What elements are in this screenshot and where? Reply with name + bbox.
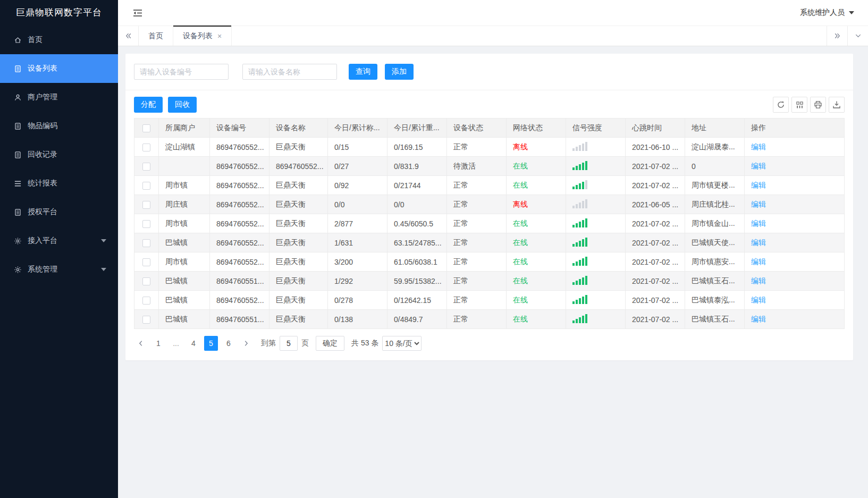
table-row: 巴城镇8694760552...巨鼎天衡0/2780/12642.15正常在线2… <box>134 291 845 310</box>
assign-button[interactable]: 分配 <box>134 97 163 113</box>
search-row: 查询 添加 <box>125 54 853 90</box>
cell-merchant <box>159 157 210 176</box>
tabs-scroll-right-icon[interactable] <box>827 26 847 46</box>
sidebar-item-system-mgmt[interactable]: 系统管理 <box>0 255 118 284</box>
confirm-button[interactable]: 确定 <box>316 336 344 351</box>
user-name: 系统维护人员 <box>800 8 845 18</box>
signal-strength-indicator <box>572 161 587 170</box>
user-menu[interactable]: 系统维护人员 <box>800 8 854 18</box>
sidebar-menu: 首页设备列表商户管理物品编码回收记录统计报表授权平台接入平台系统管理 <box>0 26 118 284</box>
row-checkbox[interactable] <box>142 297 150 305</box>
goto-page-input[interactable] <box>280 336 298 351</box>
sidebar-item-home[interactable]: 首页 <box>0 26 118 54</box>
cell-weight: 0/21744 <box>387 176 447 195</box>
cell-device-status: 正常 <box>447 291 507 310</box>
print-icon[interactable] <box>810 97 826 113</box>
edit-link[interactable]: 编辑 <box>751 238 766 247</box>
row-checkbox[interactable] <box>142 316 150 324</box>
cell-weight: 59.95/15382... <box>387 272 447 291</box>
row-checkbox[interactable] <box>142 277 150 285</box>
cell-address: 巴城镇泰泓... <box>685 291 745 310</box>
row-checkbox[interactable] <box>142 239 150 247</box>
add-button[interactable]: 添加 <box>385 64 414 80</box>
row-checkbox[interactable] <box>142 163 150 171</box>
sidebar-item-stats-report[interactable]: 统计报表 <box>0 169 118 198</box>
sidebar-item-label: 物品编码 <box>28 121 57 131</box>
column-header: 设备名称 <box>269 119 328 138</box>
sidebar-item-recycle-records[interactable]: 回收记录 <box>0 140 118 169</box>
refresh-icon[interactable] <box>773 97 789 113</box>
cell-network-status: 在线 <box>513 276 528 285</box>
page-button-5[interactable]: 5 <box>204 336 218 351</box>
close-icon[interactable]: × <box>217 32 222 40</box>
cell-network-status: 在线 <box>513 257 528 266</box>
next-page-icon[interactable] <box>239 336 253 351</box>
row-checkbox[interactable] <box>142 201 150 209</box>
sidebar-item-auth-platform[interactable]: 授权平台 <box>0 198 118 226</box>
select-all-checkbox[interactable] <box>142 124 150 132</box>
tabs-scroll-left-icon[interactable] <box>118 26 139 46</box>
signal-strength-indicator <box>572 180 587 189</box>
edit-link[interactable]: 编辑 <box>751 200 766 208</box>
table-section: 分配 回收 <box>125 90 853 360</box>
page-ellipsis: ... <box>169 336 183 351</box>
prev-page-icon[interactable] <box>134 336 148 351</box>
edit-link[interactable]: 编辑 <box>751 219 766 227</box>
cell-device-name: 巨鼎天衡 <box>269 252 328 272</box>
cell-device-status: 正常 <box>447 176 507 195</box>
edit-link[interactable]: 编辑 <box>751 276 766 285</box>
page-buttons: 1...456 <box>151 336 235 351</box>
signal-strength-indicator <box>572 314 587 323</box>
tab-home[interactable]: 首页 <box>139 26 173 46</box>
table-row: 周庄镇8694760552...巨鼎天衡0/00/0正常离线2021-06-05… <box>134 195 845 214</box>
column-header: 网络状态 <box>507 119 566 138</box>
columns-filter-icon[interactable] <box>791 97 807 113</box>
device-no-input[interactable] <box>134 64 229 80</box>
row-checkbox[interactable] <box>142 182 150 190</box>
sidebar-item-merchant-mgmt[interactable]: 商户管理 <box>0 83 118 112</box>
cell-merchant: 巴城镇 <box>159 233 210 252</box>
row-checkbox[interactable] <box>142 220 150 228</box>
cell-address: 周庄镇北桂... <box>685 195 745 214</box>
sidebar-fold-icon[interactable] <box>132 9 143 18</box>
page-button-1[interactable]: 1 <box>151 336 165 351</box>
doc-icon <box>13 150 22 159</box>
row-checkbox[interactable] <box>142 258 150 266</box>
query-button[interactable]: 查询 <box>349 64 377 80</box>
column-header: 所属商户 <box>159 119 210 138</box>
sidebar-item-item-code[interactable]: 物品编码 <box>0 112 118 140</box>
cell-weight: 63.15/24785... <box>387 233 447 252</box>
row-checkbox[interactable] <box>142 144 150 151</box>
cell-weight: 0/0 <box>387 195 447 214</box>
edit-link[interactable]: 编辑 <box>751 181 766 189</box>
cell-count: 0/92 <box>328 176 387 195</box>
tabs-options-icon[interactable] <box>847 26 868 46</box>
page-button-6[interactable]: 6 <box>222 336 235 351</box>
table-row: 巴城镇8694760552...巨鼎天衡1/63163.15/24785...正… <box>134 233 845 252</box>
tab-device-list[interactable]: 设备列表× <box>173 26 232 46</box>
edit-link[interactable]: 编辑 <box>751 315 766 323</box>
sidebar-item-access-platform[interactable]: 接入平台 <box>0 226 118 255</box>
cell-device-name: 巨鼎天衡 <box>269 138 328 157</box>
cell-device-no: 8694760552... <box>210 195 269 214</box>
sidebar-item-device-list[interactable]: 设备列表 <box>0 54 118 83</box>
export-icon[interactable] <box>829 97 845 113</box>
edit-link[interactable]: 编辑 <box>751 142 766 151</box>
cell-count: 0/27 <box>328 157 387 176</box>
cell-network-status: 在线 <box>513 296 528 304</box>
cell-device-no: 8694760551... <box>210 272 269 291</box>
edit-link[interactable]: 编辑 <box>751 162 766 170</box>
page-button-4[interactable]: 4 <box>187 336 200 351</box>
cell-count: 0/0 <box>328 195 387 214</box>
table-row: 周市镇8694760552...巨鼎天衡3/20061.05/6038.1正常在… <box>134 252 845 272</box>
edit-link[interactable]: 编辑 <box>751 296 766 304</box>
cell-count: 0/15 <box>328 138 387 157</box>
tab-label: 设备列表 <box>183 31 213 41</box>
recycle-button[interactable]: 回收 <box>168 97 197 113</box>
column-header: 地址 <box>685 119 745 138</box>
table-row: 8694760552...8694760552...0/270/831.9待激活… <box>134 157 845 176</box>
edit-link[interactable]: 编辑 <box>751 257 766 266</box>
device-list-card: 查询 添加 分配 回收 <box>125 54 853 360</box>
device-name-input[interactable] <box>242 64 337 80</box>
page-size-select[interactable]: 10 条/页 <box>382 336 422 351</box>
